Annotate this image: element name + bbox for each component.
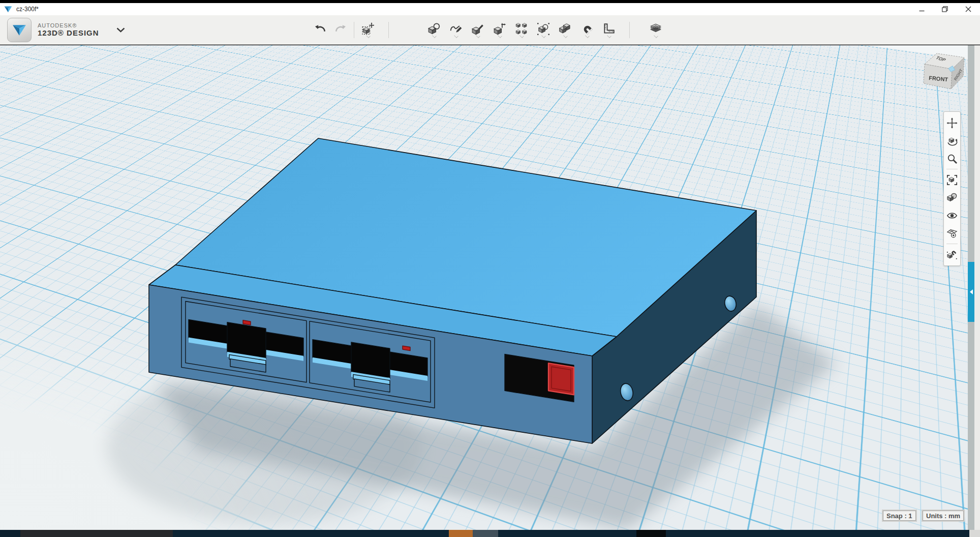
brand-text: AUTODESK® 123D® DESIGN (38, 23, 99, 37)
taskbar-segment (173, 530, 449, 537)
toolbar-separator (629, 22, 630, 38)
taskbar-segment (969, 530, 980, 537)
model-scene (0, 45, 980, 530)
viewport[interactable]: FRONT TOP RIGHT Snap : 1 Units : mm (0, 45, 980, 530)
chevron-down-icon[interactable] (116, 25, 125, 35)
drive-bay-2-activity-led (403, 346, 410, 350)
primitives-tool-button[interactable] (426, 18, 442, 42)
undo-tool-button[interactable] (313, 18, 327, 42)
power-button[interactable] (548, 363, 574, 395)
toolbar-separator (388, 22, 389, 38)
combine-tool-button[interactable] (558, 18, 573, 42)
shade-nav-button[interactable] (944, 189, 960, 206)
fit-nav-button[interactable] (944, 171, 960, 189)
pan-nav-button[interactable] (944, 114, 960, 132)
app-logo-tile (7, 18, 32, 42)
sketch-tool-button[interactable] (448, 18, 464, 42)
titlebar: cz-300f* (0, 3, 980, 15)
side-panel-flyout-tab[interactable] (968, 262, 974, 322)
app-menu[interactable]: AUTODESK® 123D® DESIGN (7, 18, 125, 42)
snap-setting[interactable]: Snap : 1 (882, 510, 917, 522)
modify-tool-button[interactable] (492, 18, 507, 42)
taskbar-strip (0, 530, 980, 537)
taskbar-segment (0, 530, 20, 537)
nav-toolbar-separator (946, 244, 958, 244)
view-nav-toolbar (943, 111, 961, 266)
grouping-tool-button[interactable] (536, 18, 551, 42)
main-toolbar: AUTODESK® 123D® DESIGN Go Premium Sign I… (0, 15, 980, 45)
snap-tool-button[interactable] (579, 18, 595, 42)
view-cube[interactable]: FRONT TOP RIGHT (917, 47, 968, 92)
window-right-edge (974, 45, 980, 530)
taskbar-segment (666, 530, 969, 537)
units-setting[interactable]: Units : mm (922, 510, 965, 522)
eye-nav-button[interactable] (944, 206, 960, 224)
taskbar-segment (636, 530, 666, 537)
taskbar-button[interactable] (473, 530, 498, 537)
redo-tool-button[interactable] (333, 18, 348, 42)
magnet-cube-nav-button[interactable] (944, 246, 960, 263)
arrow-left-icon (970, 289, 973, 294)
construct-tool-button[interactable] (470, 18, 485, 42)
app-logo-icon (4, 6, 12, 13)
toolbar-separator (354, 22, 354, 38)
close-button[interactable] (957, 3, 980, 15)
pattern-tool-button[interactable] (514, 18, 529, 42)
minimize-button[interactable] (910, 3, 933, 15)
taskbar-button[interactable] (449, 530, 473, 537)
main-toolbar-icons (313, 15, 671, 44)
nav-toolbar-separator (946, 169, 958, 169)
orbit-nav-button[interactable] (944, 132, 960, 150)
taskbar-segment (498, 530, 636, 537)
taskbar-segment (20, 530, 173, 537)
window-title: cz-300f* (16, 6, 39, 13)
material-tool-button[interactable] (647, 18, 664, 42)
drive-bay-1-activity-led (243, 320, 251, 325)
restore-button[interactable] (933, 3, 957, 15)
grid-eye-nav-button[interactable] (944, 224, 960, 242)
zoom-view-nav-button[interactable] (944, 150, 960, 167)
measure-tool-button[interactable] (601, 18, 617, 42)
brand-product: 123D® DESIGN (38, 29, 99, 37)
transform-tool-button[interactable] (360, 18, 376, 42)
